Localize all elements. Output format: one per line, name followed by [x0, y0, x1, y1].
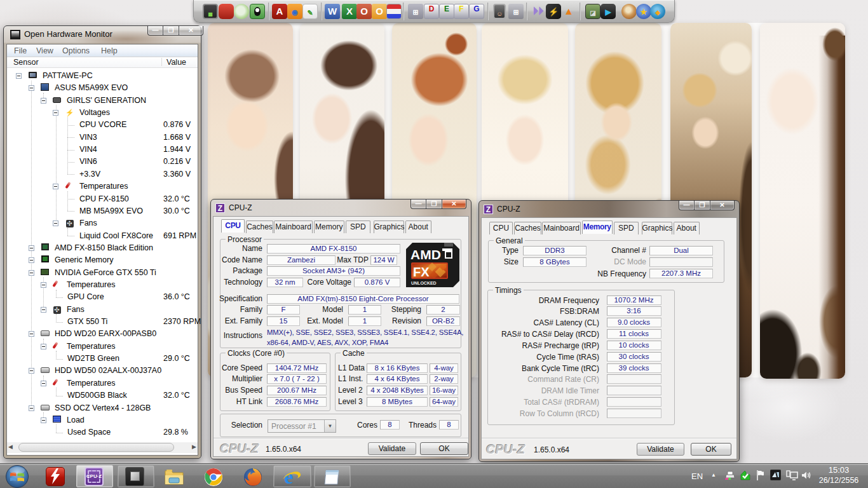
- svg-text:UNLOCKED: UNLOCKED: [411, 281, 437, 285]
- svg-text:FX: FX: [413, 265, 430, 279]
- svg-text:e: e: [284, 467, 293, 487]
- svg-text:AMD: AMD: [410, 247, 441, 262]
